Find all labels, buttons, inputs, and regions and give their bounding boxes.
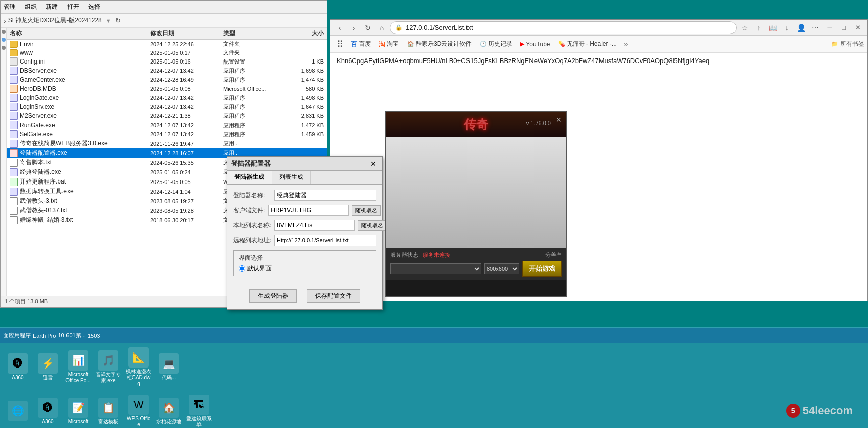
- local-list-input[interactable]: [274, 220, 355, 231]
- bookmark-kujiale[interactable]: 🏠 酷家乐3D云设计软件: [404, 39, 475, 49]
- toolbar-open[interactable]: 打开: [67, 3, 79, 11]
- col-header-date[interactable]: 修改日期: [150, 29, 223, 38]
- taskbar-bottom-icon[interactable]: 🌐: [5, 401, 30, 422]
- healer-icon: 💊: [558, 41, 565, 47]
- bookmark-history[interactable]: 🕐 历史记录: [477, 39, 515, 49]
- toolbar-manage[interactable]: 管理: [4, 3, 16, 11]
- bookmark-taobao[interactable]: 淘 淘宝: [376, 39, 402, 50]
- resolution-select[interactable]: 800x600: [484, 263, 519, 274]
- exe-icon: [10, 130, 18, 138]
- toolbar-select[interactable]: 选择: [88, 3, 100, 11]
- file-row[interactable]: SelGate.exe 2024-12-07 13:42 应用程序 1,459 …: [7, 130, 327, 139]
- taskbar-program-icon[interactable]: 📐 枫林逸漫衣柜CAD.dwg: [126, 347, 151, 387]
- file-row[interactable]: www 2025-01-05 0:17 文件夹: [7, 48, 327, 57]
- start-game-button[interactable]: 开始游戏: [522, 261, 562, 277]
- taskbar-bottom-icon[interactable]: 📝 Microsoft: [65, 398, 91, 425]
- toolbar-new[interactable]: 新建: [46, 3, 58, 11]
- file-name-text: GameCenter.exe: [20, 76, 65, 83]
- exe-red-icon: [10, 149, 18, 157]
- taobao-label: 淘宝: [387, 40, 399, 48]
- col-header-name[interactable]: 名称: [10, 29, 150, 38]
- file-row[interactable]: LoginSrv.exe 2024-12-07 13:42 应用程序 1,647…: [7, 102, 327, 111]
- forward-button[interactable]: ›: [348, 22, 360, 34]
- file-name-text: LoginGate.exe: [20, 94, 59, 101]
- file-row[interactable]: DBServer.exe 2024-12-07 13:42 应用程序 1,698…: [7, 66, 327, 75]
- address-bar[interactable]: 🔒: [390, 21, 737, 34]
- client-random-btn[interactable]: 随机取名: [352, 205, 381, 216]
- file-row[interactable]: GameCenter.exe 2024-12-28 16:49 应用程序 1,4…: [7, 75, 327, 84]
- taskbar-icon-image: ⚡: [38, 353, 58, 374]
- file-row[interactable]: HeroDB.MDB 2025-01-05 0:08 Microsoft Off…: [7, 84, 327, 93]
- col-header-type[interactable]: 类型: [223, 29, 284, 38]
- taobao-icon: 淘: [379, 40, 385, 49]
- settings-button[interactable]: ⋯: [809, 22, 821, 34]
- file-name-text: DBServer.exe: [20, 67, 57, 74]
- taskbar-bottom-icon[interactable]: W WPS Office: [126, 395, 151, 428]
- taskbar-bottom-icon[interactable]: 🏠 水柏花源地: [156, 398, 181, 425]
- apps-button[interactable]: ⠿: [333, 38, 346, 50]
- taskbar-bottom-icon[interactable]: 📋 富达模板: [96, 398, 121, 425]
- file-name: 武僧教头-3.txt: [10, 197, 150, 205]
- dialog-close-button[interactable]: ✕: [368, 159, 378, 169]
- file-row[interactable]: Config.ini 2025-01-05 0:16 配置设置 1 KB: [7, 57, 327, 66]
- game-close-button[interactable]: ✕: [556, 116, 562, 124]
- file-size: 1 KB: [284, 58, 324, 65]
- close-button[interactable]: ✕: [851, 22, 864, 33]
- launcher-name-input[interactable]: [274, 190, 376, 201]
- file-row[interactable]: LoginGate.exe 2024-12-07 13:42 应用程序 1,49…: [7, 93, 327, 102]
- file-date: 2021-11-26 19:47: [150, 141, 223, 147]
- share-button[interactable]: ↑: [753, 22, 765, 34]
- tab-list[interactable]: 列表生成: [272, 171, 311, 184]
- reload-button[interactable]: ↻: [362, 22, 374, 34]
- minimize-button[interactable]: ─: [823, 22, 836, 33]
- breadcrumb-nav-left[interactable]: ›: [4, 17, 6, 25]
- file-type: 文件夹: [223, 49, 284, 56]
- download-button[interactable]: ↓: [781, 22, 793, 34]
- maximize-button[interactable]: □: [837, 22, 850, 33]
- bookmark-youtube[interactable]: ▶ YouTube: [517, 40, 553, 49]
- local-random-btn[interactable]: 随机取名: [358, 220, 387, 231]
- taskbar-program-icon[interactable]: 🅐 A360: [5, 353, 30, 381]
- interface-radio-row[interactable]: 默认界面: [239, 264, 371, 273]
- taskbar-program-icon[interactable]: 🎵 音译文字专家.exe: [96, 350, 121, 384]
- taskbar-bottom-icon[interactable]: 🅐 A360: [35, 398, 60, 425]
- all-bookmarks-label: 所有书签: [840, 40, 864, 48]
- star-button[interactable]: ☆: [739, 22, 751, 34]
- taskbar-num: 1503: [88, 333, 100, 339]
- file-row[interactable]: 传奇在线简易WEB服务器3.0.exe 2021-11-26 19:47 应用.…: [7, 139, 327, 148]
- default-interface-radio[interactable]: [239, 265, 245, 272]
- generate-btn[interactable]: 生成登陆器: [249, 289, 297, 303]
- file-size: 580 KB: [284, 86, 324, 92]
- col-header-size[interactable]: 大小: [284, 29, 324, 38]
- taskbar-program-icon[interactable]: 📊 Microsoft Office Po...: [65, 350, 91, 384]
- client-file-input[interactable]: [268, 205, 349, 216]
- save-config-btn[interactable]: 保存配置文件: [307, 289, 360, 303]
- bookmarks-manager[interactable]: 📁 所有书签: [831, 40, 864, 48]
- taskbar-program-icon[interactable]: 💻 代码...: [156, 353, 181, 381]
- server-select[interactable]: [390, 263, 481, 274]
- more-bookmarks[interactable]: »: [624, 40, 628, 49]
- tab-generate[interactable]: 登陆器生成: [227, 171, 272, 184]
- game-version: v 1.76.0.0: [526, 120, 551, 126]
- file-row[interactable]: RunGate.exe 2024-12-07 13:42 应用程序 1,472 …: [7, 120, 327, 130]
- taskbar-program-icon[interactable]: ⚡ 迅雷: [35, 353, 60, 381]
- explorer-sidebar: [1, 28, 7, 296]
- dialog-body: 登陆器名称: 客户端文件: 随机取名 本地列表名称: 随机取名 远程列表地址: …: [227, 185, 382, 285]
- remote-list-input[interactable]: [274, 235, 376, 246]
- back-button[interactable]: ‹: [333, 22, 346, 34]
- interface-group: 界面选择 默认界面: [233, 250, 376, 276]
- toolbar-organize[interactable]: 组织: [25, 3, 37, 11]
- file-row[interactable]: Envir 2024-12-25 22:46 文件夹: [7, 40, 327, 48]
- bookmark-healer[interactable]: 💊 无痛哥 - Healer -...: [555, 39, 620, 49]
- taskbar-icon-label: 枫林逸漫衣柜CAD.dwg: [126, 369, 151, 387]
- home-button[interactable]: ⌂: [376, 22, 388, 34]
- file-row[interactable]: M2Server.exe 2024-12-21 1:38 应用程序 2,831 …: [7, 111, 327, 120]
- refresh-button[interactable]: ↻: [113, 16, 123, 26]
- read-button[interactable]: 📖: [767, 22, 779, 34]
- profile-button[interactable]: 👤: [795, 22, 807, 34]
- file-name: DBServer.exe: [10, 67, 150, 75]
- file-name: RunGate.exe: [10, 121, 150, 129]
- taskbar-bottom-icon[interactable]: 🏗 爱建筑联系单: [186, 395, 212, 428]
- bookmark-baidu[interactable]: 百 百度: [348, 39, 374, 50]
- address-input[interactable]: [406, 24, 731, 31]
